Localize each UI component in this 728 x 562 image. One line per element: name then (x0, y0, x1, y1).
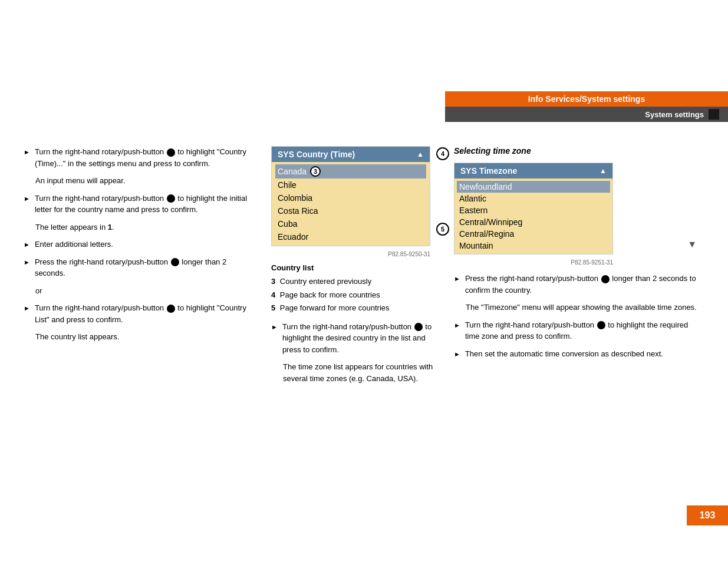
circle-icon-1 (167, 148, 175, 157)
arrow-icon-4: ► (24, 257, 30, 267)
sys-item-colombia: Colombia (278, 191, 424, 204)
right-bullets: ► Press the right-hand rotary/push-butto… (454, 273, 701, 359)
header-gray-label: System settings (445, 107, 728, 122)
sys-item-cuba: Cuba (278, 217, 424, 230)
sys-item-canada: Canada 3 (275, 164, 426, 178)
tz-item-mountain: Mountain (459, 240, 608, 252)
middle-column: SYS Country (Time) ▲ Canada 3 Chile Colo… (271, 146, 442, 390)
sys-item-ecuador: Ecuador (278, 230, 424, 243)
circle-icon-r1 (601, 275, 610, 283)
sys-box-body: Canada 3 Chile Colombia Costa Rica Cuba … (272, 162, 430, 246)
badge-4: 4 (436, 147, 449, 160)
circle-icon-r2 (597, 321, 605, 329)
header-bar: Info Services/System settings System set… (445, 91, 728, 122)
img-ref-right: P82.85-9251-31 (454, 259, 613, 266)
tz-box-body: Newfoundland Atlantic Eastern Central/Wi… (454, 178, 612, 254)
arrow-icon-5: ► (24, 303, 30, 313)
right-bullet-3: ► Then set the automatic time conversion… (454, 348, 701, 360)
page-number: 193 (687, 505, 728, 525)
arrow-icon-1: ► (24, 147, 30, 157)
bullet-item-2: ► Turn the right-hand rotary/push-button… (24, 193, 253, 216)
scroll-up-icon: ▲ (417, 150, 424, 158)
country-list-item-4: 4 Page back for more countries (271, 289, 442, 301)
right-column: Selecting time zone SYS Timezone ▲ Newfo… (454, 146, 701, 365)
tz-box-header: SYS Timezone ▲ (454, 163, 612, 178)
img-ref-middle: P82.85-9250-31 (271, 251, 430, 257)
bullet-item-3: ► Enter additional letters. (24, 239, 253, 250)
sys-country-display: SYS Country (Time) ▲ Canada 3 Chile Colo… (271, 146, 430, 246)
section-title: Selecting time zone (454, 146, 701, 156)
arrow-icon-r3: ► (454, 349, 460, 359)
sys-item-chile: Chile (278, 178, 424, 191)
circle-icon-2 (167, 194, 175, 203)
indent-text-5: The country list appears. (35, 331, 253, 343)
arrow-icon-3: ► (24, 240, 30, 250)
middle-bullet-1: ► Turn the right-hand rotary/push-button… (271, 321, 442, 356)
tz-scroll-down-icon: ▼ (687, 239, 697, 250)
country-list-item-3: 3 Country entered previously (271, 276, 442, 287)
arrow-icon-r1: ► (454, 274, 460, 284)
indent-text-1: An input menu will appear. (35, 175, 253, 187)
right-bullet-2: ► Turn the right-hand rotary/push-button… (454, 319, 701, 342)
right-bullet-1: ► Press the right-hand rotary/push-butto… (454, 273, 701, 296)
arrow-icon-2: ► (24, 194, 30, 204)
indent-text-r1: The "Timezone" menu will appear showing … (466, 302, 701, 313)
circle-icon-m1 (414, 323, 423, 331)
arrow-icon-m1: ► (271, 322, 278, 332)
or-text: or (35, 285, 253, 297)
bullet-item-4: ► Press the right-hand rotary/push-butto… (24, 256, 253, 279)
bullet-text-2: Turn the right-hand rotary/push-button t… (35, 193, 253, 216)
circle-icon-5 (167, 305, 175, 313)
bullet-text-1: Turn the right-hand rotary/push-button t… (35, 146, 253, 169)
arrow-icon-r2: ► (454, 320, 460, 330)
tz-item-central-regina: Central/Regina (459, 228, 608, 240)
country-list-section: Country list 3 Country entered previousl… (271, 263, 442, 314)
bullet-item-5: ► Turn the right-hand rotary/push-button… (24, 302, 253, 325)
indent-text-2: The letter appears in 1. (35, 222, 253, 233)
sys-country-box: SYS Country (Time) ▲ Canada 3 Chile Colo… (271, 146, 442, 246)
tz-box-title: SYS Timezone (460, 166, 517, 176)
timezone-display: SYS Timezone ▲ Newfoundland Atlantic Eas… (454, 163, 613, 254)
bullet-text-3: Enter additional letters. (35, 239, 253, 250)
bullet-item-1: ► Turn the right-hand rotary/push-button… (24, 146, 253, 169)
left-column: ► Turn the right-hand rotary/push-button… (24, 146, 253, 349)
badge-5: 5 (436, 223, 449, 236)
tz-item-eastern: Eastern (459, 204, 608, 216)
bullet-text-r3: Then set the automatic time conversion a… (465, 348, 701, 360)
header-black-block (709, 109, 719, 120)
bullet-text-r2: Turn the right-hand rotary/push-button t… (465, 319, 701, 342)
sys-box-header: SYS Country (Time) ▲ (272, 147, 430, 162)
tz-item-central-winnipeg: Central/Winnipeg (459, 216, 608, 228)
bullet-text-4: Press the right-hand rotary/push-button … (35, 256, 253, 279)
badge-3: 3 (310, 166, 321, 177)
bullet-text-5: Turn the right-hand rotary/push-button t… (35, 302, 253, 325)
header-orange-label: Info Services/System settings (445, 91, 728, 107)
tz-item-newfoundland: Newfoundland (457, 181, 610, 193)
country-list-item-5: 5 Page forward for more countries (271, 302, 442, 314)
circle-icon-4 (171, 258, 179, 266)
tz-scroll-up-icon: ▲ (599, 167, 607, 175)
bullet-text-r1: Press the right-hand rotary/push-button … (465, 273, 701, 296)
sys-box-title: SYS Country (Time) (278, 150, 355, 159)
tz-item-atlantic: Atlantic (459, 193, 608, 204)
indent-text-m1: The time zone list appears for countries… (283, 361, 442, 384)
country-list-title: Country list (271, 263, 442, 272)
sys-item-costa-rica: Costa Rica (278, 204, 424, 217)
middle-bullets: ► Turn the right-hand rotary/push-button… (271, 321, 442, 385)
bullet-text-m1: Turn the right-hand rotary/push-button t… (282, 321, 442, 356)
timezone-box-container: SYS Timezone ▲ Newfoundland Atlantic Eas… (454, 163, 701, 254)
